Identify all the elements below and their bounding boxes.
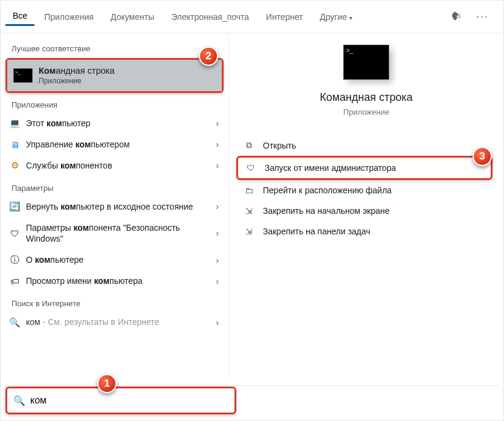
tab-apps[interactable]: Приложения <box>37 8 101 25</box>
services-icon: ⚙ <box>9 160 20 171</box>
shield-icon: 🛡 <box>9 228 20 239</box>
search-icon: 🔍 <box>9 317 20 328</box>
section-web: Поиск в Интернете <box>1 292 228 312</box>
action-run-as-admin[interactable]: 🛡 Запуск от имени администратора <box>238 158 491 178</box>
result-manage-pc[interactable]: 🖥 Управление компьютером › <box>1 134 228 155</box>
highlight-run-admin: 🛡 Запуск от имени администратора 3 <box>236 156 493 180</box>
tab-internet[interactable]: Интернет <box>259 8 310 25</box>
chevron-right-icon: › <box>216 161 220 170</box>
tab-email[interactable]: Электронная_почта <box>164 8 256 25</box>
action-pin-taskbar[interactable]: ⇲ Закрепить на панели задач <box>231 221 497 242</box>
tab-other[interactable]: Другие▾ <box>312 8 360 25</box>
chevron-right-icon: › <box>216 118 220 128</box>
more-icon[interactable]: ··· <box>470 7 495 27</box>
cmd-icon <box>13 68 33 83</box>
pin-icon: ⇲ <box>244 227 254 236</box>
result-component-services[interactable]: ⚙ Службы компонентов › <box>1 155 228 176</box>
tag-icon: 🏷 <box>9 276 20 287</box>
tab-documents[interactable]: Документы <box>103 8 161 25</box>
result-view-pc-name[interactable]: 🏷 Просмотр имени компьютера › <box>1 271 228 292</box>
preview-app-icon <box>344 45 389 79</box>
best-match-item[interactable]: Командная строка Приложение <box>7 60 222 91</box>
pc-icon: 💻 <box>9 118 20 129</box>
section-settings: Параметры <box>1 176 228 196</box>
result-web-search[interactable]: 🔍 ком - См. результаты в Интернете › <box>1 312 228 333</box>
info-icon: ⓘ <box>9 255 20 266</box>
result-windows-security[interactable]: 🛡 Параметры компонента "Безопасность Win… <box>1 217 228 250</box>
manage-icon: 🖥 <box>9 139 20 150</box>
chevron-right-icon: › <box>216 318 220 327</box>
admin-icon: 🛡 <box>245 163 256 173</box>
results-pane: Лучшее соответствие Командная строка При… <box>1 33 229 379</box>
reset-icon: 🔄 <box>9 201 20 212</box>
step-badge-2: 2 <box>199 47 218 66</box>
result-this-pc[interactable]: 💻 Этот компьютер › <box>1 113 228 134</box>
chevron-right-icon: › <box>216 202 220 211</box>
section-apps: Приложения <box>1 93 228 113</box>
search-icon: 🔍 <box>13 395 25 407</box>
highlight-search-box: 🔍 1 <box>5 387 236 414</box>
action-open[interactable]: ⧉ Открыть <box>231 135 497 156</box>
chevron-down-icon: ▾ <box>349 14 352 21</box>
search-input[interactable] <box>30 395 228 406</box>
result-reset-pc[interactable]: 🔄 Вернуть компьютер в исходное состояние… <box>1 196 228 217</box>
open-icon: ⧉ <box>244 140 254 150</box>
chevron-right-icon: › <box>216 255 220 265</box>
action-pin-start[interactable]: ⇲ Закрепить на начальном экране <box>231 201 497 221</box>
chevron-right-icon: › <box>216 140 220 149</box>
search-bar-area: 🔍 1 <box>5 387 499 414</box>
preview-type: Приложение <box>343 108 389 117</box>
best-match-title: Командная строка <box>39 66 114 76</box>
chevron-right-icon: › <box>216 228 220 238</box>
tab-all[interactable]: Все <box>5 7 34 26</box>
feedback-icon[interactable]: 🗣 <box>445 7 468 27</box>
preview-pane: Командная строка Приложение ⧉ Открыть 🛡 … <box>229 33 503 379</box>
chevron-right-icon: › <box>216 277 220 286</box>
result-about-pc[interactable]: ⓘ О компьютере › <box>1 249 228 271</box>
pin-icon: ⇲ <box>244 206 254 216</box>
preview-title: Командная строка <box>320 91 413 104</box>
highlight-best-match: Командная строка Приложение 2 <box>5 58 224 93</box>
best-match-subtitle: Приложение <box>39 77 114 85</box>
step-badge-1: 1 <box>97 374 117 393</box>
section-best-match: Лучшее соответствие <box>1 37 228 57</box>
action-open-file-location[interactable]: 🗀 Перейти к расположению файла <box>231 180 497 201</box>
folder-icon: 🗀 <box>244 185 254 195</box>
step-badge-3: 3 <box>473 147 492 166</box>
filter-tabs: Все Приложения Документы Электронная_поч… <box>1 1 503 33</box>
